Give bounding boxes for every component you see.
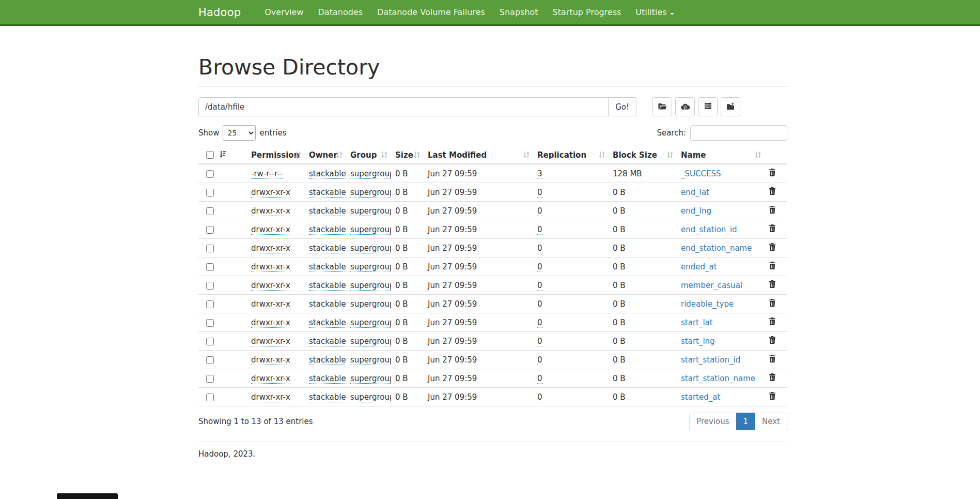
row-checkbox[interactable] [206,356,214,364]
select-all-checkbox[interactable] [206,151,214,159]
file-link[interactable]: end_lng [681,206,711,216]
file-link[interactable]: _SUCCESS [681,169,721,178]
owner-editable[interactable]: stackable [309,244,346,253]
row-checkbox[interactable] [206,338,214,345]
group-editable[interactable]: supergroup [350,188,391,198]
permission-editable[interactable]: -rw-r--r-- [251,169,283,179]
delete-button[interactable] [769,299,776,307]
permission-editable[interactable]: drwxr-xr-x [251,374,290,384]
column-header-select[interactable] [198,147,247,164]
permission-editable[interactable]: drwxr-xr-x [251,206,290,216]
row-checkbox[interactable] [206,394,214,401]
file-link[interactable]: start_station_name [681,374,755,383]
upload-files-button[interactable] [675,97,695,116]
row-checkbox[interactable] [206,282,214,290]
owner-editable[interactable]: stackable [309,392,346,402]
replication-editable[interactable]: 0 [537,188,542,198]
permission-editable[interactable]: drwxr-xr-x [251,225,290,235]
group-editable[interactable]: supergroup [350,281,391,291]
group-editable[interactable]: supergroup [350,262,391,272]
permission-editable[interactable]: drwxr-xr-x [251,244,290,253]
nav-item-datanodes[interactable]: Datanodes [311,0,370,24]
replication-editable[interactable]: 0 [537,299,542,309]
owner-editable[interactable]: stackable [309,188,346,198]
group-editable[interactable]: supergroup [350,244,391,253]
column-header-last_modified[interactable]: Last Modified [424,147,533,164]
column-header-group[interactable]: Group [346,147,391,164]
delete-button[interactable] [769,169,776,176]
permission-editable[interactable]: drwxr-xr-x [251,355,290,365]
owner-editable[interactable]: stackable [309,281,346,291]
row-checkbox[interactable] [206,375,214,383]
replication-editable[interactable]: 0 [537,225,542,235]
file-link[interactable]: end_station_id [681,225,737,234]
group-editable[interactable]: supergroup [350,337,391,346]
nav-dropdown-utilities[interactable]: Utilities [628,0,681,24]
column-header-size[interactable]: Size [391,147,424,164]
column-header-replication[interactable]: Replication [533,147,609,164]
permission-editable[interactable]: drwxr-xr-x [251,392,290,402]
owner-editable[interactable]: stackable [309,355,346,365]
group-editable[interactable]: supergroup [350,225,391,235]
owner-editable[interactable]: stackable [309,318,346,328]
owner-editable[interactable]: stackable [309,337,346,346]
nav-item-overview[interactable]: Overview [257,0,310,24]
owner-editable[interactable]: stackable [309,169,346,179]
delete-button[interactable] [769,187,776,195]
file-link[interactable]: ended_at [681,262,717,271]
delete-button[interactable] [769,206,776,214]
brand-hadoop[interactable]: Hadoop [198,6,246,19]
file-link[interactable]: start_lat [681,318,713,327]
permission-editable[interactable]: drwxr-xr-x [251,281,290,291]
go-button[interactable]: Go! [609,97,636,116]
owner-editable[interactable]: stackable [309,262,346,272]
group-editable[interactable]: supergroup [350,318,391,328]
delete-button[interactable] [769,262,776,269]
owner-editable[interactable]: stackable [309,206,346,216]
replication-editable[interactable]: 0 [537,206,542,216]
group-editable[interactable]: supergroup [350,374,391,384]
pagination-next[interactable]: Next [755,413,787,430]
row-checkbox[interactable] [206,207,214,215]
delete-button[interactable] [769,280,776,288]
permission-editable[interactable]: drwxr-xr-x [251,188,290,198]
replication-editable[interactable]: 0 [537,355,542,365]
group-editable[interactable]: supergroup [350,169,391,179]
page-size-select[interactable]: 25 [223,125,256,141]
delete-button[interactable] [769,392,776,400]
file-link[interactable]: rideable_type [681,299,734,309]
file-link[interactable]: start_lng [681,337,715,346]
group-editable[interactable]: supergroup [350,206,391,216]
replication-editable[interactable]: 0 [537,318,542,328]
file-link[interactable]: started_at [681,392,720,402]
row-checkbox[interactable] [206,245,214,252]
owner-editable[interactable]: stackable [309,374,346,384]
row-checkbox[interactable] [206,300,214,308]
nav-item-snapshot[interactable]: Snapshot [492,0,546,24]
row-checkbox[interactable] [206,263,214,271]
row-checkbox[interactable] [206,226,214,234]
permission-editable[interactable]: drwxr-xr-x [251,299,290,309]
delete-button[interactable] [769,373,776,381]
pagination-page-1[interactable]: 1 [737,413,756,430]
group-editable[interactable]: supergroup [350,299,391,309]
permission-editable[interactable]: drwxr-xr-x [251,318,290,328]
replication-editable[interactable]: 0 [537,262,542,272]
create-directory-button[interactable] [652,97,672,116]
group-editable[interactable]: supergroup [350,392,391,402]
file-link[interactable]: end_lat [681,188,709,197]
delete-button[interactable] [769,224,776,232]
path-input[interactable] [198,97,609,116]
column-header-permission[interactable]: Permission [247,147,305,164]
row-checkbox[interactable] [206,319,214,327]
pagination-previous[interactable]: Previous [689,413,736,430]
replication-editable[interactable]: 0 [537,281,542,291]
cut-paste-button[interactable] [698,97,718,116]
permission-editable[interactable]: drwxr-xr-x [251,337,290,346]
column-header-name[interactable]: Name [677,147,765,164]
move-button[interactable] [721,97,740,116]
delete-button[interactable] [769,317,776,325]
search-input[interactable] [690,125,787,141]
column-header-block_size[interactable]: Block Size [609,147,677,164]
delete-button[interactable] [769,336,776,344]
